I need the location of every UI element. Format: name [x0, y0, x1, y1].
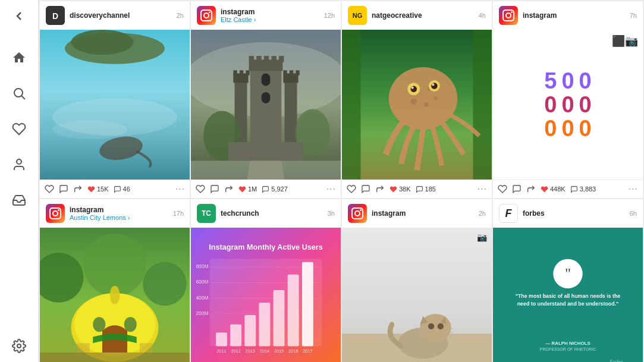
svg-rect-21	[249, 56, 254, 62]
like-button[interactable]	[45, 184, 54, 194]
comment-count: 46	[114, 185, 130, 193]
header-info: forbes	[523, 209, 625, 218]
home-icon[interactable]	[10, 49, 28, 67]
svg-point-54	[143, 262, 187, 306]
post-image[interactable]: ⬛📷 5 0 0 0 0 0 0 0 0	[493, 30, 643, 180]
more-button[interactable]: ···	[326, 184, 336, 194]
svg-rect-77	[244, 315, 256, 347]
svg-rect-31	[262, 74, 271, 86]
avatar-instagram	[348, 204, 367, 223]
account-name: instagram	[372, 209, 474, 218]
svg-rect-62	[77, 343, 90, 352]
account-name: techcrunch	[221, 209, 323, 218]
search-icon[interactable]	[10, 84, 28, 102]
time-ago: 3h	[328, 210, 335, 217]
svg-rect-35	[228, 142, 303, 161]
svg-rect-25	[279, 56, 284, 62]
comment-count: 185	[416, 185, 436, 193]
svg-rect-17	[240, 70, 243, 75]
svg-point-3	[17, 344, 21, 348]
share-button[interactable]	[526, 184, 536, 194]
svg-rect-61	[40, 352, 190, 362]
account-name: discoverychannel	[70, 11, 172, 20]
card-header: D discoverychannel 2h	[40, 1, 190, 30]
account-name: instagram	[221, 8, 319, 16]
card-footer: 448K 3,883 ···	[493, 180, 643, 198]
sub-title[interactable]: Eltz Castle	[221, 16, 319, 23]
svg-point-44	[411, 99, 417, 105]
feed-grid: D discoverychannel 2h	[39, 0, 644, 362]
svg-rect-16	[233, 70, 237, 75]
main-content: D discoverychannel 2h	[39, 0, 644, 362]
header-info: instagram Austin City Lemons	[70, 206, 168, 221]
card-forbes: F forbes 6h " "The most basic of all hum…	[493, 199, 643, 362]
account-name: instagram	[523, 11, 625, 20]
svg-rect-30	[296, 70, 299, 75]
svg-text:400M: 400M	[196, 295, 208, 301]
svg-text:Forbes: Forbes	[609, 359, 623, 362]
svg-rect-79	[274, 290, 285, 347]
card-instagram-cat: instagram 2h 📷	[342, 199, 492, 362]
comment-button[interactable]	[210, 184, 219, 194]
svg-text:D: D	[52, 11, 58, 21]
avatar-discoverychannel: D	[46, 6, 65, 25]
comment-button[interactable]	[361, 184, 370, 194]
svg-rect-18	[246, 70, 249, 75]
like-button[interactable]	[196, 184, 205, 194]
avatar-instagram	[46, 204, 65, 223]
time-ago: 2h	[479, 210, 486, 217]
svg-rect-39	[473, 30, 492, 180]
camera-icon-overlay: 📷	[477, 232, 487, 242]
card-instagram-castle: instagram Eltz Castle 12h	[191, 1, 341, 198]
svg-text:": "	[565, 266, 571, 282]
post-image[interactable]	[191, 30, 341, 180]
svg-point-2	[17, 159, 21, 164]
svg-text:2011: 2011	[216, 348, 226, 354]
comment-button[interactable]	[59, 184, 68, 194]
svg-text:2017: 2017	[303, 348, 312, 354]
svg-text:2014: 2014	[260, 348, 269, 354]
heart-icon[interactable]	[10, 120, 28, 138]
svg-point-45	[424, 102, 429, 107]
svg-rect-22	[256, 56, 261, 62]
like-button[interactable]	[498, 184, 507, 194]
post-image[interactable]: Instagram Monthly Active Users 800M 600M…	[191, 228, 341, 362]
time-ago: 2h	[177, 12, 184, 19]
like-count: 448K	[541, 185, 566, 193]
card-header: instagram Austin City Lemons 17h	[40, 199, 190, 228]
post-image[interactable]	[40, 228, 190, 362]
card-header: NG natgeocreative 4h	[342, 1, 492, 30]
inbox-icon[interactable]	[10, 191, 28, 209]
svg-line-1	[22, 96, 26, 100]
svg-rect-81	[302, 262, 313, 347]
sub-title[interactable]: Austin City Lemons	[70, 214, 168, 221]
svg-rect-75	[216, 332, 227, 346]
card-header: instagram 2h	[342, 199, 492, 228]
time-ago: 4h	[479, 12, 486, 19]
svg-point-59	[124, 317, 137, 332]
svg-point-40	[389, 67, 458, 130]
comment-button[interactable]	[512, 184, 522, 194]
svg-rect-38	[342, 30, 361, 180]
share-button[interactable]	[73, 184, 83, 194]
gear-icon[interactable]	[10, 337, 28, 355]
share-button[interactable]	[375, 184, 385, 194]
back-button[interactable]	[10, 7, 28, 25]
more-button[interactable]: ···	[175, 184, 185, 194]
person-icon[interactable]	[10, 156, 28, 174]
post-image[interactable]	[342, 30, 492, 180]
svg-point-43	[433, 96, 437, 100]
svg-rect-32	[262, 92, 271, 103]
svg-point-49	[431, 83, 438, 89]
more-button[interactable]: ···	[477, 184, 487, 194]
svg-point-93	[420, 314, 451, 341]
more-button[interactable]: ···	[629, 184, 638, 194]
time-ago: 17h	[173, 210, 184, 217]
like-button[interactable]	[347, 184, 356, 194]
post-image[interactable]: " "The most basic of all human needs is …	[493, 228, 643, 362]
svg-rect-24	[271, 56, 276, 62]
post-image[interactable]	[40, 30, 190, 180]
svg-point-10	[52, 120, 127, 139]
post-image[interactable]: 📷	[342, 228, 492, 362]
share-button[interactable]	[224, 184, 234, 194]
